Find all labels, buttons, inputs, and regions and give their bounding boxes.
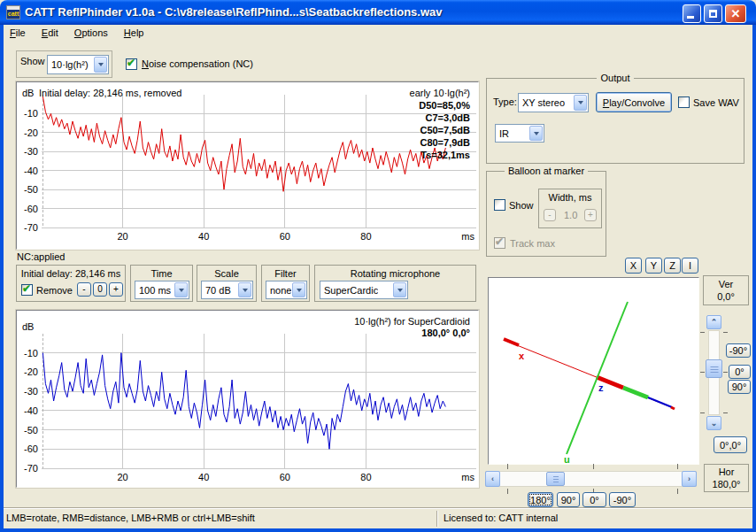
chevron-down-icon[interactable] [529,126,543,141]
3d-axes-canvas: xzu [489,278,698,464]
hor-scrollbar-track[interactable] [485,471,697,487]
nc-checkbox[interactable]: ✔ [126,58,137,70]
ver-preset-minus90[interactable]: -90° [726,343,751,358]
window-title: CATT ReflPhinder v1.0a - C:\v8release\Re… [25,5,443,19]
ver-preset-0[interactable]: 0° [729,365,751,379]
save-wav-label: Save WAV [693,97,739,108]
menu-item-options[interactable]: Options [68,25,115,41]
filter-select[interactable]: none [266,281,307,299]
width-minus-button[interactable]: - [544,209,556,221]
y-axis-tick-label: -50 [17,425,38,436]
chevron-down-icon[interactable] [292,282,305,297]
axis-button-y[interactable]: Y [645,258,662,274]
minimize-button[interactable] [683,4,701,23]
balloon-group: Balloon at marker Show Width, ms - 1.0 +… [486,171,606,257]
chevron-down-icon[interactable] [94,57,107,73]
microphone-select[interactable]: SuperCardic [320,281,408,299]
statusbar: LMB=rotate, RMB=distance, LMB+RMB or ctr… [4,508,752,528]
ver-slider-down-button[interactable]: ⌄ [706,416,721,430]
slider-tick [677,489,678,494]
width-plus-button[interactable]: + [584,209,597,221]
hor-scrollbar-thumb[interactable] [546,472,565,486]
ir-value: IR [499,128,509,139]
hor-preset-180[interactable]: 180° [528,492,553,507]
close-button[interactable]: ✕ [725,4,746,23]
menu-item-file[interactable]: File [4,25,33,41]
hor-scrollbar-left-button[interactable]: ‹ [485,471,500,487]
chevron-down-icon[interactable] [238,282,251,297]
ver-slider-up-button[interactable]: ⌃ [706,315,721,329]
ver-slider-thumb[interactable] [706,359,722,378]
statusbar-hint: LMB=rotate, RMB=distance, LMB+RMB or ctr… [6,513,255,523]
axis-segment [567,302,628,454]
balloon-width-caption: Width, ms [539,192,601,203]
statusbar-license: Licensed to: CATT internal [444,513,558,523]
early-response-chart[interactable]: -10-20-30-40-50-60-7020406080msdBInitial… [16,81,479,250]
axis-label-u: u [564,454,570,464]
delay-plus-button[interactable]: + [109,282,123,297]
menu-item-help[interactable]: Help [118,25,151,41]
x-axis-tick-label: 60 [272,472,298,482]
x-axis-tick-label: 60 [272,231,298,242]
show-mode-select[interactable]: 10·lg(h²) [47,55,109,74]
maximize-icon [709,10,717,18]
hor-preset-90[interactable]: 90° [557,492,580,507]
hor-scrollbar-right-button[interactable]: › [682,471,697,487]
y-axis-unit-label: dB [22,88,34,98]
x-axis-tick-label: 20 [110,472,136,482]
output-type-select[interactable]: XY stereo [518,93,589,112]
chevron-down-icon[interactable] [393,282,406,297]
scale-select[interactable]: 70 dB [201,281,253,299]
axis-button-i[interactable]: I [682,258,698,274]
delay-minus-button[interactable]: - [77,282,91,297]
slider-tick [723,332,728,333]
slider-tick [677,464,678,469]
save-wav-checkbox[interactable] [678,96,690,108]
mic-response-chart[interactable]: -10-20-30-40-50-60-7020406080msdB10·lg(h… [16,310,479,488]
axis-button-z[interactable]: Z [664,258,681,274]
play-convolve-button[interactable]: Play/Convolve [596,92,672,112]
y-axis-tick-label: -60 [17,204,38,214]
x-axis-tick-label: 40 [190,231,217,242]
slider-tick [700,372,705,373]
remove-checkbox[interactable]: ✔ [21,284,33,296]
window-border-bottom [0,528,756,532]
time-group: Time 100 ms [130,265,193,302]
minimize-icon [687,16,694,19]
chart-title: Initial delay: 28,146 ms, removed [39,88,181,98]
chart-canvas [17,311,478,487]
hor-readout: Hor 180,0° [704,464,749,492]
axis-label-x: x [519,351,525,361]
hor-preset-minus90[interactable]: -90° [609,492,636,507]
delay-zero-button[interactable]: 0 [93,282,107,297]
app-window: catt CATT ReflPhinder v1.0a - C:\v8relea… [0,0,756,532]
initial-delay-caption: Initial delay: 28,146 ms [17,268,125,279]
ver-preset-90[interactable]: 90° [728,380,751,394]
rotating-microphone-group: Rotating microphone SuperCardic [314,265,476,302]
origin-view-button[interactable]: 0°,0° [714,436,747,453]
signal-trace [42,353,445,450]
chart-canvas [17,82,478,249]
maximize-button[interactable] [704,4,722,23]
app-icon-text: catt [7,10,19,19]
track-max-checkbox[interactable]: ✔ [494,237,505,249]
chevron-down-icon[interactable] [174,282,188,297]
3d-viewport[interactable]: xzu [488,277,699,465]
chevron-down-icon[interactable] [574,95,587,111]
time-select[interactable]: 100 ms [135,281,189,299]
output-group: Output Type: XY stereo Play/Convolve Sav… [486,78,744,164]
balloon-show-checkbox[interactable] [494,199,505,211]
show-panel: Show 10·lg(h²) [16,50,112,78]
hor-readout-value: 180,0° [705,478,748,490]
slider-tick [723,412,728,413]
axis-button-x[interactable]: X [625,258,642,274]
y-axis-unit-label: dB [22,321,34,332]
ver-readout-value: 0,0° [704,290,748,303]
remove-label: Remove [36,285,73,296]
close-icon: ✕ [731,7,741,20]
app-icon: catt [6,5,20,19]
hor-preset-0[interactable]: 0° [582,492,606,507]
x-axis-unit-label: ms [450,472,474,482]
ir-select[interactable]: IR [495,124,544,143]
menu-item-edit[interactable]: Edit [35,25,66,41]
